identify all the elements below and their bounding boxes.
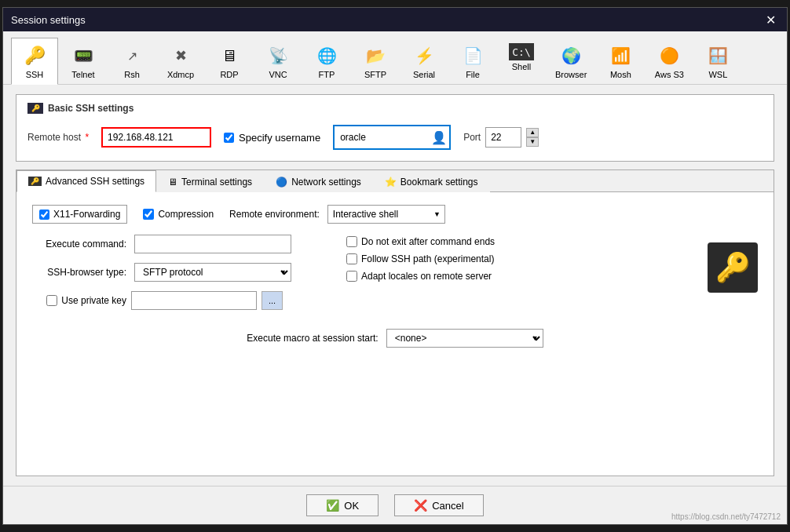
- tab-bookmark-icon: ⭐: [385, 177, 397, 188]
- rdp-icon: 🖥: [217, 43, 242, 68]
- file-label: File: [466, 70, 480, 79]
- ftp-icon: 🌐: [314, 43, 339, 68]
- xdmcp-icon: ✖: [168, 43, 193, 68]
- execute-command-row: Execute command:: [32, 235, 291, 253]
- ftp-label: FTP: [319, 70, 335, 79]
- protocol-browser[interactable]: 🌍 Browser: [547, 38, 595, 84]
- private-key-input[interactable]: [131, 291, 257, 310]
- shell-label: Shell: [512, 62, 531, 71]
- protocol-wsl[interactable]: 🪟 WSL: [694, 38, 741, 84]
- remote-env-select[interactable]: Interactive shell No environment Bash Cu…: [327, 205, 445, 224]
- protocol-shell[interactable]: C:\ Shell: [498, 38, 545, 84]
- use-private-key-checkbox[interactable]: [46, 295, 57, 306]
- remote-host-input[interactable]: [101, 127, 211, 148]
- adapt-locales-checkbox[interactable]: [346, 271, 357, 282]
- title-bar: Session settings ✕: [3, 8, 787, 31]
- rsh-icon: ↗: [119, 43, 144, 68]
- serial-label: Serial: [413, 70, 435, 79]
- protocol-awss3[interactable]: 🟠 Aws S3: [646, 38, 693, 84]
- username-section: Specify username: [224, 132, 320, 144]
- dialog-title: Session settings: [11, 14, 86, 26]
- remote-env-wrapper: Interactive shell No environment Bash Cu…: [327, 205, 445, 224]
- protocol-sftp[interactable]: 📂 SFTP: [352, 38, 399, 84]
- port-down-button[interactable]: ▼: [526, 137, 539, 147]
- protocol-rsh[interactable]: ↗ Rsh: [108, 38, 155, 84]
- protocol-file[interactable]: 📄 File: [449, 38, 496, 84]
- ssh-browser-label: SSH-browser type:: [32, 267, 126, 278]
- do-not-exit-label: Do not exit after command ends: [361, 236, 495, 247]
- ssh-browser-row: SSH-browser type: SFTP protocol SCP prot…: [32, 263, 291, 282]
- tabs-header: 🔑 Advanced SSH settings 🖥 Terminal setti…: [16, 170, 774, 192]
- macro-label: Execute macro at session start:: [247, 333, 378, 344]
- advanced-settings-panel: 🔑 Advanced SSH settings 🖥 Terminal setti…: [16, 169, 774, 476]
- tab-advanced[interactable]: 🔑 Advanced SSH settings: [16, 170, 156, 192]
- execute-command-label: Execute command:: [32, 239, 126, 250]
- macro-select[interactable]: <none>: [386, 329, 543, 348]
- username-input-wrapper: 👤: [333, 125, 451, 150]
- username-input[interactable]: [335, 127, 430, 148]
- compression-checkbox[interactable]: [143, 209, 154, 220]
- remote-env-row: Remote environment: Interactive shell No…: [229, 205, 445, 224]
- wsl-label: WSL: [708, 70, 727, 79]
- port-input[interactable]: [485, 127, 521, 148]
- vnc-icon: 📡: [265, 43, 291, 68]
- required-marker: *: [82, 132, 89, 143]
- user-avatar-button[interactable]: 👤: [430, 130, 448, 145]
- shell-icon: C:\: [509, 43, 534, 60]
- browser-icon: 🌍: [558, 43, 583, 68]
- rsh-label: Rsh: [124, 70, 140, 79]
- cancel-button[interactable]: ❌ Cancel: [394, 494, 483, 516]
- port-up-button[interactable]: ▲: [526, 128, 539, 137]
- tab-terminal[interactable]: 🖥 Terminal settings: [156, 170, 264, 192]
- browse-button[interactable]: ...: [262, 291, 283, 310]
- use-private-key-label: Use private key: [61, 295, 126, 306]
- follow-ssh-checkbox[interactable]: [346, 253, 357, 264]
- protocol-serial[interactable]: ⚡ Serial: [400, 38, 448, 84]
- follow-ssh-item: Follow SSH path (experimental): [346, 253, 495, 264]
- settings-row-1: X11-Forwarding Compression Remote enviro…: [32, 205, 758, 224]
- xdmcp-label: Xdmcp: [167, 70, 194, 79]
- port-wrapper: Port ▲ ▼: [463, 127, 539, 148]
- remote-env-label: Remote environment:: [229, 209, 320, 220]
- do-not-exit-checkbox[interactable]: [346, 236, 357, 247]
- right-options: Do not exit after command ends Follow SS…: [346, 235, 495, 282]
- tab-terminal-icon: 🖥: [168, 177, 177, 188]
- macro-row: Execute macro at session start: <none>: [32, 329, 758, 348]
- protocol-mosh[interactable]: 📶 Mosh: [597, 38, 644, 84]
- protocol-bar: 🔑 SSH 📟 Telnet ↗ Rsh ✖ Xdmcp 🖥 RDP 📡 VNC…: [3, 31, 787, 85]
- protocol-rdp[interactable]: 🖥 RDP: [206, 38, 253, 84]
- tab-network[interactable]: 🔵 Network settings: [264, 170, 373, 192]
- content-area: 🔑 Basic SSH settings Remote host * Speci…: [3, 85, 787, 486]
- serial-icon: ⚡: [411, 43, 437, 68]
- watermark: https://blog.csdn.net/ty7472712: [671, 512, 781, 521]
- port-label: Port: [463, 132, 481, 143]
- sftp-label: SFTP: [364, 70, 386, 79]
- specify-username-label: Specify username: [239, 132, 320, 144]
- compression-label: Compression: [158, 209, 214, 220]
- settings-row-2: Execute command: SSH-browser type: SFTP …: [32, 235, 758, 310]
- protocol-xdmcp[interactable]: ✖ Xdmcp: [157, 38, 204, 84]
- execute-command-input[interactable]: [134, 235, 291, 253]
- telnet-icon: 📟: [71, 43, 96, 68]
- awss3-icon: 🟠: [657, 43, 682, 68]
- mosh-icon: 📶: [608, 43, 633, 68]
- protocol-vnc[interactable]: 📡 VNC: [254, 38, 302, 84]
- protocol-ssh[interactable]: 🔑 SSH: [11, 38, 58, 85]
- mosh-label: Mosh: [610, 70, 631, 79]
- advanced-tab-content: X11-Forwarding Compression Remote enviro…: [16, 192, 774, 476]
- protocol-telnet[interactable]: 📟 Telnet: [60, 38, 107, 84]
- close-button[interactable]: ✕: [763, 13, 779, 27]
- ok-button[interactable]: ✅ OK: [306, 494, 379, 516]
- settings-grid: X11-Forwarding Compression Remote enviro…: [32, 205, 758, 348]
- ssh-browser-select[interactable]: SFTP protocol SCP protocol None: [134, 263, 291, 282]
- basic-settings-title: 🔑 Basic SSH settings: [27, 103, 763, 114]
- cancel-icon: ❌: [414, 499, 427, 512]
- port-spinner[interactable]: ▲ ▼: [526, 128, 539, 147]
- tab-bookmark[interactable]: ⭐ Bookmark settings: [373, 170, 490, 192]
- ssh-browser-wrapper: SFTP protocol SCP protocol None: [134, 263, 291, 282]
- specify-username-checkbox[interactable]: [224, 133, 234, 143]
- tab-network-icon: 🔵: [276, 177, 287, 188]
- protocol-ftp[interactable]: 🌐 FTP: [303, 38, 350, 84]
- x11-forwarding-checkbox[interactable]: [39, 210, 49, 220]
- do-not-exit-item: Do not exit after command ends: [346, 236, 495, 247]
